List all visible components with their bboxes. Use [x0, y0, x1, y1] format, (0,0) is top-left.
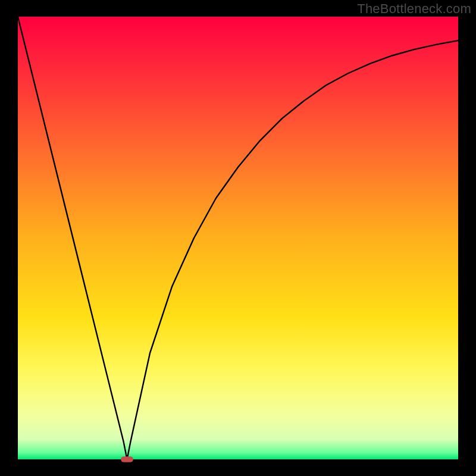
chart-container: TheBottleneck.com [0, 0, 476, 476]
watermark-text: TheBottleneck.com [357, 1, 471, 17]
min-marker [121, 456, 133, 462]
chart-svg [0, 0, 476, 476]
plot-background [18, 17, 458, 459]
